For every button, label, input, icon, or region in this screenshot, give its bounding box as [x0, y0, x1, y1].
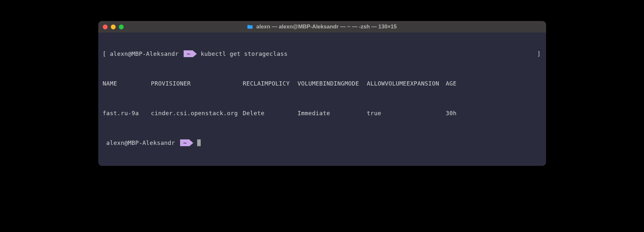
cwd-chip: ~ [180, 139, 193, 146]
col-header-name: NAME [103, 80, 151, 87]
terminal-body[interactable]: [ alexn@MBP-Aleksandr ~ kubectl get stor… [98, 33, 546, 166]
prompt-open-bracket: [ [103, 50, 106, 57]
col-header-reclaim: RECLAIMPOLICY [243, 80, 298, 87]
window-title: alexn — alexn@MBP-Aleksandr — ~ — -zsh —… [98, 24, 546, 30]
cell-reclaim: Delete [243, 109, 298, 117]
prompt-user-host: alexn@MBP-Aleksandr [106, 139, 175, 146]
cell-name: fast.ru-9a [103, 109, 151, 117]
col-header-age: AGE [446, 80, 457, 87]
command-text: kubectl get storageclass [201, 50, 288, 57]
cell-expansion: true [367, 109, 446, 117]
cwd-chip: ~ [184, 50, 197, 57]
window-title-text: alexn — alexn@MBP-Aleksandr — ~ — -zsh —… [256, 24, 397, 30]
table-header-row: NAME PROVISIONER RECLAIMPOLICY VOLUMEBIN… [103, 80, 542, 87]
cell-age: 30h [446, 109, 457, 117]
col-header-binding: VOLUMEBINDINGMODE [298, 80, 367, 87]
terminal-window: alexn — alexn@MBP-Aleksandr — ~ — -zsh —… [98, 21, 546, 166]
col-header-provisioner: PROVISIONER [151, 80, 243, 87]
cell-binding: Immediate [298, 109, 367, 117]
prompt-line-2: alexn@MBP-Aleksandr ~ [103, 139, 542, 146]
chevron-right-icon [193, 51, 197, 57]
prompt-user-host: alexn@MBP-Aleksandr [110, 50, 179, 57]
prompt-close-bracket: ] [537, 50, 541, 57]
table-row: fast.ru-9a cinder.csi.openstack.org Dele… [103, 109, 542, 117]
titlebar[interactable]: alexn — alexn@MBP-Aleksandr — ~ — -zsh —… [98, 21, 546, 33]
folder-icon [247, 25, 253, 29]
cwd-chip-label: ~ [180, 139, 189, 146]
cwd-chip-label: ~ [184, 50, 193, 57]
chevron-right-icon [189, 140, 193, 146]
col-header-expansion: ALLOWVOLUMEEXPANSION [367, 80, 446, 87]
cell-provisioner: cinder.csi.openstack.org [151, 109, 243, 117]
prompt-line-1: [ alexn@MBP-Aleksandr ~ kubectl get stor… [103, 50, 542, 57]
cursor [197, 139, 201, 146]
